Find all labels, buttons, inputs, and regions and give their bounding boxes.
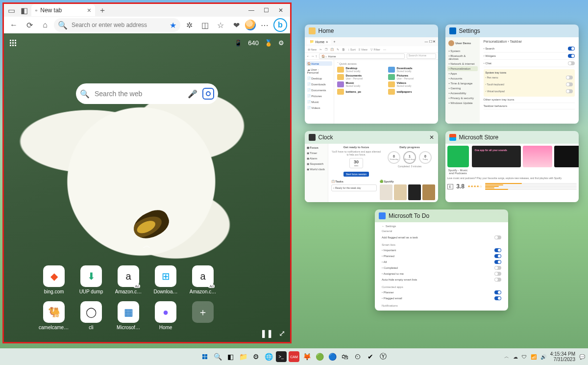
- pause-icon[interactable]: ❚❚: [260, 329, 273, 338]
- quick-links: ◆bing.com⬇UUP dumpaAdAmazon.c…⊞Downloa…a…: [39, 265, 255, 330]
- quick-link-tile[interactable]: ⊞Downloa…: [150, 265, 181, 294]
- taskview-card-file-explorer[interactable]: Home 📁Home×＋— ☐ ✕ ⊕ New✂❐📋✎🗑↕ Sort≡ View…: [305, 25, 438, 124]
- tab-strip: ▭ ◧ ▫ New tab × ＋ — ☐ ✕: [4, 4, 290, 17]
- vertical-tabs-icon[interactable]: ◧: [19, 5, 29, 16]
- tab-title: New tab: [40, 7, 62, 14]
- edge-icon[interactable]: 🌐: [263, 351, 274, 362]
- svg-rect-0: [202, 354, 205, 357]
- quick-link-tile[interactable]: ▦Microsof…: [113, 301, 144, 330]
- taskview-card-clock[interactable]: Clock ✕ ◉ Focus◉ Timer◉ Alarm◉ Stopwatch…: [305, 131, 438, 202]
- edge-browser-window: ▭ ◧ ▫ New tab × ＋ — ☐ ✕ ← ⟳ ⌂ 🔍 ★ ✲ ◫ ☆ …: [2, 2, 292, 343]
- expand-icon[interactable]: ⤢: [279, 329, 285, 338]
- more-icon[interactable]: ⋯: [258, 18, 271, 32]
- maximize-button[interactable]: ☐: [259, 7, 273, 14]
- card-title: Microsoft To Do: [389, 212, 429, 219]
- collections-icon[interactable]: ❤: [229, 18, 243, 32]
- mobile-icon[interactable]: 📱: [234, 39, 242, 47]
- rewards-icon[interactable]: 🏅: [265, 39, 272, 47]
- edge2-icon[interactable]: 🔵: [327, 351, 338, 362]
- quick-link-tile[interactable]: ◯cli: [76, 301, 106, 330]
- system-tray[interactable]: ︿ ☁ 🛡 📶 🔊 4:15:34 PM 7/31/2023 💬: [504, 351, 585, 362]
- favorites-icon[interactable]: ☆: [214, 18, 227, 32]
- new-tab-page: 📱 640 🏅 ⚙ 🔍 Search the web 🎤 ︿ ◆bing.com…: [4, 33, 290, 342]
- search-placeholder: Search the web: [95, 90, 183, 98]
- security-icon[interactable]: 🛡: [522, 354, 527, 360]
- minimize-button[interactable]: —: [244, 7, 259, 14]
- voice-search-icon[interactable]: 🎤: [188, 89, 197, 99]
- store-icon: [449, 134, 456, 141]
- gear-icon: [449, 27, 456, 34]
- web-search-box[interactable]: 🔍 Search the web 🎤: [76, 83, 218, 104]
- notifications-icon[interactable]: 💬: [579, 354, 585, 360]
- svg-rect-1: [205, 354, 208, 357]
- card-title: Home: [318, 27, 334, 34]
- search-icon: 🔍: [80, 89, 90, 99]
- folder-icon: 📁: [310, 40, 314, 44]
- card-title: Microsoft Store: [459, 134, 499, 141]
- card-title: Clock: [318, 134, 333, 141]
- firefox-icon[interactable]: 🦊: [301, 351, 312, 362]
- wifi-icon[interactable]: 📶: [531, 354, 537, 360]
- taskview-card-todo[interactable]: Microsoft To Do ← Settings General Add f…: [375, 209, 508, 311]
- terminal-icon[interactable]: >_: [276, 351, 287, 362]
- settings-icon[interactable]: ⚙: [250, 351, 261, 362]
- rewards-points[interactable]: 640: [248, 39, 259, 47]
- bing-chat-icon[interactable]: b: [273, 18, 287, 32]
- svg-rect-3: [205, 357, 208, 360]
- card-title: Settings: [459, 27, 480, 34]
- onedrive-icon[interactable]: ☁: [513, 354, 518, 360]
- task-view-button[interactable]: ◧: [225, 351, 236, 362]
- quick-link-tile[interactable]: 🐫camelcamelcam: [39, 301, 69, 330]
- split-screen-icon[interactable]: ◫: [198, 18, 212, 32]
- tab-actions-icon[interactable]: ▭: [6, 5, 17, 16]
- back-button[interactable]: ←: [7, 18, 21, 32]
- quick-link-tile[interactable]: ⬇UUP dump: [76, 265, 106, 294]
- extensions-icon[interactable]: ✲: [182, 18, 196, 32]
- favorite-icon[interactable]: ★: [170, 21, 176, 30]
- refresh-button[interactable]: ⟳: [23, 18, 36, 32]
- search-icon: 🔍: [58, 21, 68, 30]
- close-icon[interactable]: ✕: [429, 134, 434, 141]
- settings-icon[interactable]: ⚙: [278, 39, 284, 47]
- tab-close-icon[interactable]: ×: [87, 6, 91, 14]
- address-input[interactable]: [72, 22, 166, 28]
- volume-icon[interactable]: 🔊: [540, 354, 546, 360]
- profile-avatar[interactable]: [245, 20, 256, 30]
- browser-tab[interactable]: ▫ New tab ×: [31, 4, 95, 16]
- window-controls: — ☐ ✕: [244, 7, 288, 14]
- taskbar: 🔍 ◧ 📁 ⚙ 🌐 >_ CAM 🦊 🟢 🔵 🛍 ⏲ ✔ Ⓨ ︿ ☁ 🛡 📶 🔊…: [0, 348, 588, 365]
- start-button[interactable]: [199, 351, 210, 362]
- quick-link-tile[interactable]: aAdAmazon.c…: [113, 265, 144, 294]
- quick-link-tile[interactable]: aAdAmazon.c…: [188, 265, 218, 294]
- image-search-icon[interactable]: [202, 88, 214, 100]
- taskview-card-settings[interactable]: Settings User Demo • System• Bluetooth &…: [445, 25, 579, 124]
- expand-chevron-icon[interactable]: ︿: [143, 239, 151, 251]
- browser-y-icon[interactable]: Ⓨ: [378, 351, 389, 362]
- file-explorer-icon[interactable]: 📁: [238, 351, 248, 362]
- todo-icon: [379, 212, 386, 219]
- new-tab-button[interactable]: ＋: [97, 5, 108, 16]
- quick-link-tile[interactable]: ●Home: [150, 301, 181, 330]
- home-button[interactable]: ⌂: [38, 18, 52, 32]
- clock-tray[interactable]: 4:15:34 PM 7/31/2023: [550, 351, 575, 362]
- task-view: Home 📁Home×＋— ☐ ✕ ⊕ New✂❐📋✎🗑↕ Sort≡ View…: [302, 25, 581, 343]
- store-icon[interactable]: 🛍: [340, 351, 350, 362]
- address-bar[interactable]: 🔍 ★: [54, 18, 180, 32]
- quick-link-tile[interactable]: ◆bing.com: [39, 265, 69, 294]
- toolbar: ← ⟳ ⌂ 🔍 ★ ✲ ◫ ☆ ❤ ⋯ b: [4, 17, 290, 33]
- cam-icon[interactable]: CAM: [289, 351, 299, 362]
- add-tile-button[interactable]: ＋: [188, 301, 218, 330]
- chrome-icon[interactable]: 🟢: [314, 351, 325, 362]
- close-button[interactable]: ✕: [273, 7, 288, 14]
- clock-icon[interactable]: ⏲: [352, 351, 363, 362]
- taskbar-center: 🔍 ◧ 📁 ⚙ 🌐 >_ CAM 🦊 🟢 🔵 🛍 ⏲ ✔ Ⓨ: [199, 351, 389, 362]
- folder-icon: [309, 27, 316, 34]
- search-button[interactable]: 🔍: [212, 351, 223, 362]
- chevron-up-icon[interactable]: ︿: [504, 353, 509, 360]
- spotify-icon: [447, 146, 469, 167]
- taskview-card-store[interactable]: Microsoft Store Spotify - Music and Podc…: [445, 131, 579, 202]
- todo-icon[interactable]: ✔: [365, 351, 376, 362]
- svg-rect-2: [202, 357, 205, 360]
- ntp-topbar: 📱 640 🏅 ⚙: [10, 39, 284, 47]
- app-launcher-icon[interactable]: [10, 40, 16, 46]
